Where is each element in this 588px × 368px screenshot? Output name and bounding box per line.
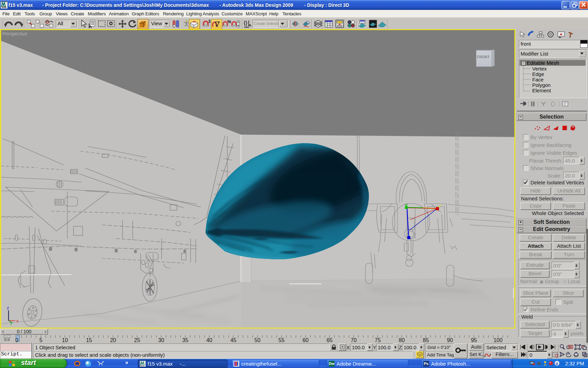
svg-text:a: a [556, 361, 558, 366]
svg-text:z: z [7, 305, 9, 310]
svg-text:3ds: 3ds [141, 365, 144, 367]
svg-text:y: y [10, 321, 12, 325]
svg-text:ABC: ABC [244, 26, 250, 28]
svg-text:%: % [227, 19, 231, 24]
svg-text:x: x [16, 319, 18, 323]
svg-text:{}: {} [244, 20, 247, 26]
svg-text:3ds: 3ds [2, 5, 6, 9]
svg-text:3: 3 [208, 19, 211, 24]
